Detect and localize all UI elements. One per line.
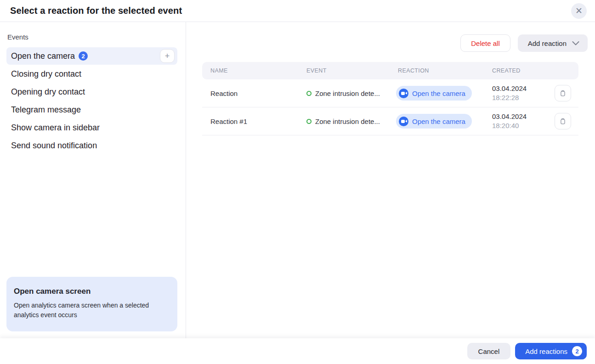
column-header-created: CREATED — [484, 67, 555, 74]
column-header-reaction: REACTION — [390, 67, 484, 74]
delete-row-button[interactable] — [555, 113, 571, 129]
table-header-row: NAME EVENT REACTION CREATED — [202, 62, 578, 79]
event-name: Zone intrusion dete... — [315, 118, 380, 125]
reaction-pill-label: Open the camera — [412, 118, 465, 125]
delete-all-button[interactable]: Delete all — [460, 34, 510, 52]
camera-icon — [399, 117, 408, 126]
trash-icon — [559, 118, 567, 125]
sidebar-item-closing-dry-contact[interactable]: Closing dry contact — [6, 65, 177, 83]
created-date: 03.04.2024 — [492, 112, 555, 121]
events-sidebar: Events Open the camera 2 + Closing dry c… — [0, 22, 186, 338]
created-cell: 03.04.2024 18:20:40 — [484, 112, 555, 130]
reaction-pill[interactable]: Open the camera — [396, 114, 472, 129]
events-heading: Events — [0, 22, 186, 47]
event-info-box: Open camera screen Open analytics camera… — [6, 277, 177, 331]
event-count-badge: 2 — [79, 51, 88, 61]
modal-body: Events Open the camera 2 + Closing dry c… — [0, 22, 595, 338]
table-row: Reaction #1 Zone intrusion dete... Open … — [202, 107, 578, 135]
sidebar-item-send-sound-notification[interactable]: Send sound notification — [6, 137, 177, 154]
close-button[interactable]: ✕ — [571, 3, 587, 19]
add-reaction-dropdown-button[interactable]: Add reaction — [518, 34, 588, 52]
delete-row-button[interactable] — [555, 85, 571, 101]
add-reactions-count-badge: 2 — [572, 346, 582, 356]
reaction-cell: Open the camera — [390, 86, 484, 101]
event-cell: Zone intrusion dete... — [298, 90, 390, 97]
chevron-down-icon — [572, 41, 579, 45]
sidebar-item-telegram-message[interactable]: Telegram message — [6, 101, 177, 118]
reaction-select-modal: Select a reaction for the selected event… — [0, 0, 595, 364]
add-reactions-label: Add reactions — [525, 347, 567, 355]
created-time: 18:22:28 — [492, 93, 555, 102]
event-label: Show camera in sidebar — [11, 123, 100, 133]
reactions-panel: Delete all Add reaction NAME EVENT REACT… — [186, 22, 595, 338]
created-cell: 03.04.2024 18:22:28 — [484, 84, 555, 102]
event-label: Send sound notification — [11, 141, 97, 151]
reaction-cell: Open the camera — [390, 114, 484, 129]
reaction-name: Reaction #1 — [202, 118, 298, 125]
reaction-name: Reaction — [202, 90, 298, 97]
add-reaction-label: Add reaction — [528, 39, 567, 47]
reaction-pill[interactable]: Open the camera — [396, 86, 472, 101]
event-name: Zone intrusion dete... — [315, 90, 380, 97]
sidebar-item-open-the-camera[interactable]: Open the camera 2 + — [6, 47, 177, 65]
camera-icon — [399, 89, 408, 98]
add-reactions-button[interactable]: Add reactions 2 — [515, 343, 587, 359]
event-status-ring-icon — [306, 119, 312, 124]
event-label: Open the camera — [11, 51, 75, 61]
modal-title: Select a reaction for the selected event — [10, 6, 182, 16]
plus-icon: + — [165, 52, 170, 60]
event-label: Closing dry contact — [11, 69, 81, 79]
reactions-table: NAME EVENT REACTION CREATED Reaction Zon… — [202, 62, 578, 135]
modal-header: Select a reaction for the selected event… — [0, 0, 595, 22]
column-header-name: NAME — [202, 67, 298, 74]
cancel-button[interactable]: Cancel — [467, 343, 511, 359]
event-cell: Zone intrusion dete... — [298, 118, 390, 125]
event-list: Open the camera 2 + Closing dry contact … — [0, 47, 186, 155]
event-status-ring-icon — [306, 91, 312, 96]
close-icon: ✕ — [575, 6, 583, 15]
created-time: 18:20:40 — [492, 121, 555, 130]
column-header-event: EVENT — [298, 67, 390, 74]
table-row: Reaction Zone intrusion dete... Open the… — [202, 79, 578, 107]
event-label: Opening dry contact — [11, 87, 85, 97]
reactions-toolbar: Delete all Add reaction — [186, 34, 588, 52]
reaction-pill-label: Open the camera — [412, 90, 465, 97]
info-box-description: Open analytics camera screen when a sele… — [14, 301, 165, 320]
add-event-reaction-button[interactable]: + — [160, 49, 175, 63]
sidebar-item-opening-dry-contact[interactable]: Opening dry contact — [6, 83, 177, 101]
info-box-title: Open camera screen — [14, 287, 168, 296]
trash-icon — [559, 90, 567, 97]
created-date: 03.04.2024 — [492, 84, 555, 93]
event-label: Telegram message — [11, 105, 81, 115]
sidebar-item-show-camera-in-sidebar[interactable]: Show camera in sidebar — [6, 119, 177, 136]
modal-footer: Cancel Add reactions 2 — [0, 338, 595, 364]
